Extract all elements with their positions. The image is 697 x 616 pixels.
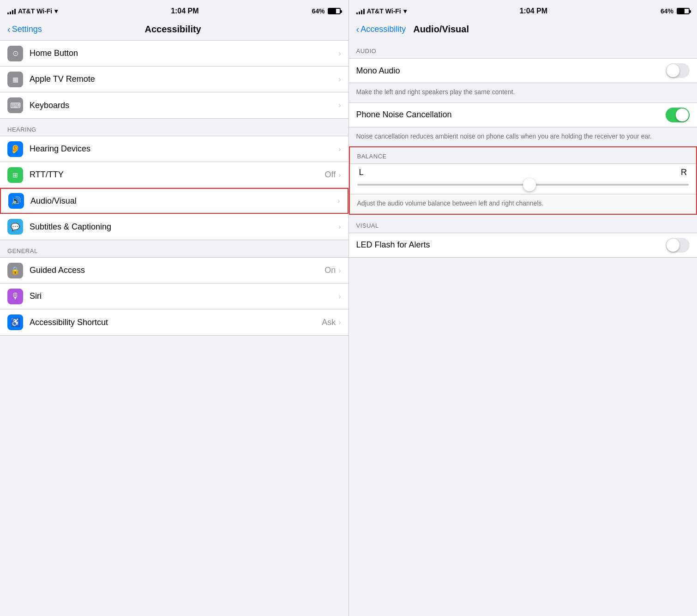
right-signal-bar-4	[363, 9, 365, 14]
balance-slider-row	[350, 179, 697, 194]
hearing-devices-icon: 👂	[7, 141, 23, 157]
left-carrier: AT&T Wi-Fi	[18, 7, 52, 15]
guided-access-item[interactable]: 🔒 Guided Access On ›	[0, 258, 348, 284]
phone-noise-toggle[interactable]	[666, 108, 690, 122]
balance-desc: Adjust the audio volume balance between …	[350, 194, 697, 214]
phone-noise-desc: Noise cancellation reduces ambient noise…	[349, 127, 697, 147]
accessibility-shortcut-label: Accessibility Shortcut	[30, 318, 322, 327]
mono-audio-toggle[interactable]	[666, 63, 690, 78]
siri-item[interactable]: 🎙 Siri ›	[0, 284, 348, 309]
right-back-button[interactable]: ‹ Accessibility	[356, 24, 406, 35]
right-back-label: Accessibility	[361, 24, 406, 34]
hearing-section-header: HEARING	[0, 119, 348, 136]
left-status-left: AT&T Wi-Fi ▾	[7, 7, 58, 15]
accessibility-shortcut-icon: ♿	[7, 314, 23, 330]
rtt-tty-item[interactable]: ⊞ RTT/TTY Off ›	[0, 162, 348, 188]
signal-bar-2	[10, 12, 11, 14]
subtitles-captioning-item[interactable]: 💬 Subtitles & Captioning ›	[0, 214, 348, 240]
apple-tv-remote-item[interactable]: ▦ Apple TV Remote ›	[0, 66, 348, 92]
mono-audio-row: Mono Audio	[349, 58, 697, 83]
guided-access-value: On	[324, 266, 336, 275]
rtt-tty-label: RTT/TTY	[30, 170, 324, 180]
guided-access-chevron: ›	[338, 266, 341, 275]
home-button-item[interactable]: ⊙ Home Button ›	[0, 41, 348, 66]
apple-tv-remote-label: Apple TV Remote	[30, 74, 338, 84]
balance-slider-track[interactable]	[357, 184, 689, 186]
guided-access-icon: 🔒	[7, 263, 23, 278]
top-list-group: ⊙ Home Button › ▦ Apple TV Remote › ⌨ Ke…	[0, 40, 348, 119]
hearing-devices-label: Hearing Devices	[30, 144, 338, 154]
led-flash-toggle[interactable]	[666, 238, 690, 253]
siri-chevron: ›	[338, 292, 341, 301]
apple-tv-remote-icon: ▦	[7, 72, 23, 87]
keyboards-label: Keyboards	[30, 101, 338, 110]
left-bottom-spacer	[0, 336, 348, 350]
phone-noise-row: Phone Noise Cancellation	[349, 103, 697, 127]
right-wifi-icon: ▾	[403, 7, 407, 15]
right-back-chevron: ‹	[356, 24, 360, 35]
left-back-button[interactable]: ‹ Settings	[7, 24, 42, 35]
left-time: 1:04 PM	[171, 7, 198, 15]
signal-bar-3	[12, 10, 13, 14]
hearing-devices-icon-char: 👂	[10, 144, 20, 154]
mono-audio-desc: Make the left and right speakers play th…	[349, 83, 697, 103]
left-nav-title: Accessibility	[42, 24, 304, 35]
rtt-tty-icon-char: ⊞	[12, 171, 18, 179]
right-signal-bar-1	[356, 12, 358, 14]
right-signal-bars	[356, 8, 365, 14]
siri-icon: 🎙	[7, 289, 23, 304]
left-nav-bar: ‹ Settings Accessibility	[0, 20, 348, 40]
keyboards-item[interactable]: ⌨ Keyboards ›	[0, 92, 348, 118]
right-nav-bar: ‹ Accessibility Audio/Visual	[349, 20, 697, 40]
rtt-tty-value: Off	[324, 170, 336, 180]
left-panel: AT&T Wi-Fi ▾ 1:04 PM 64% ‹ Settings Acce…	[0, 0, 348, 616]
audio-visual-icon-char: 🔊	[11, 196, 21, 206]
hearing-list-group: 👂 Hearing Devices › ⊞ RTT/TTY Off › 🔊 Au…	[0, 136, 348, 240]
general-section-header: GENERAL	[0, 240, 348, 257]
rtt-tty-chevron: ›	[338, 171, 341, 179]
phone-noise-label: Phone Noise Cancellation	[356, 110, 666, 120]
audio-section-header: AUDIO	[349, 40, 697, 58]
right-signal-bar-2	[359, 12, 360, 14]
accessibility-shortcut-item[interactable]: ♿ Accessibility Shortcut Ask ›	[0, 309, 348, 335]
balance-lr-row: L R	[350, 164, 697, 179]
left-wifi-icon: ▾	[54, 7, 58, 15]
accessibility-shortcut-value: Ask	[322, 318, 336, 327]
subtitles-captioning-label: Subtitles & Captioning	[30, 222, 338, 232]
audio-visual-icon: 🔊	[8, 193, 24, 209]
left-back-label: Settings	[12, 24, 42, 34]
audio-visual-chevron: ›	[337, 197, 340, 205]
left-battery-fill	[329, 9, 336, 13]
right-bottom-spacer	[349, 258, 697, 272]
general-list-group: 🔒 Guided Access On › 🎙 Siri › ♿ Accessib…	[0, 257, 348, 336]
right-carrier: AT&T Wi-Fi	[367, 7, 401, 15]
right-battery-pct: 64%	[661, 7, 673, 15]
accessibility-shortcut-chevron: ›	[338, 318, 341, 326]
apple-tv-remote-chevron: ›	[338, 75, 341, 84]
right-nav-title: Audio/Visual	[413, 24, 690, 35]
right-status-bar: AT&T Wi-Fi ▾ 1:04 PM 64%	[349, 0, 697, 20]
left-status-bar: AT&T Wi-Fi ▾ 1:04 PM 64%	[0, 0, 348, 20]
right-scroll-content: AUDIO Mono Audio Make the left and right…	[349, 40, 697, 616]
right-signal-bar-3	[361, 10, 362, 14]
accessibility-shortcut-icon-char: ♿	[10, 317, 20, 327]
balance-section: BALANCE L R Adjust the audio volume bala…	[349, 146, 697, 215]
signal-bar-1	[7, 12, 9, 14]
mono-audio-label: Mono Audio	[356, 66, 666, 76]
right-time: 1:04 PM	[520, 7, 547, 15]
balance-slider-knob[interactable]	[523, 178, 536, 191]
subtitles-captioning-icon-char: 💬	[11, 223, 20, 231]
right-panel: AT&T Wi-Fi ▾ 1:04 PM 64% ‹ Accessibility…	[349, 0, 697, 616]
signal-bar-4	[14, 9, 16, 14]
home-button-label: Home Button	[30, 48, 338, 58]
hearing-devices-item[interactable]: 👂 Hearing Devices ›	[0, 136, 348, 162]
audio-visual-label: Audio/Visual	[30, 196, 337, 206]
left-status-right: 64%	[312, 7, 341, 15]
mono-audio-toggle-knob	[667, 64, 679, 77]
balance-l-label: L	[359, 168, 364, 177]
phone-noise-toggle-knob	[676, 109, 689, 121]
audio-visual-item[interactable]: 🔊 Audio/Visual ›	[0, 188, 348, 214]
guided-access-label: Guided Access	[30, 266, 324, 275]
siri-icon-char: 🎙	[11, 291, 19, 301]
led-flash-label: LED Flash for Alerts	[356, 240, 666, 250]
